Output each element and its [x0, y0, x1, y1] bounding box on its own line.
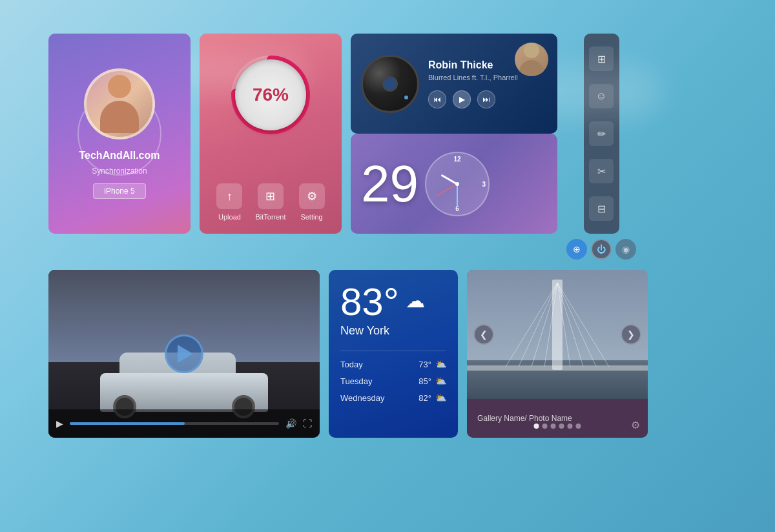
setting-label: Setting: [300, 213, 322, 221]
music-play-button[interactable]: ▶: [453, 90, 471, 108]
play-triangle-icon: [178, 345, 193, 363]
video-controls: ▶ 🔊 ⛶: [48, 409, 320, 438]
progress-circle: 76%: [222, 46, 319, 143]
analog-clock: 12 3 6: [425, 152, 490, 216]
gallery-dot-3: [551, 424, 556, 429]
clock-center: [455, 182, 459, 186]
toolbar-crop-icon[interactable]: ✂: [589, 159, 614, 183]
weather-icon-tuesday: ⛅: [435, 376, 446, 386]
gallery-settings-icon[interactable]: ⚙: [631, 419, 640, 431]
weather-icon: ☁: [406, 289, 425, 312]
weather-val-tuesday: 85° ⛅: [418, 376, 446, 386]
weather-city: New York: [340, 324, 446, 338]
power-button[interactable]: ⏻: [591, 239, 612, 260]
toolbar-grid-icon[interactable]: ⊟: [589, 196, 614, 221]
music-disc: [361, 55, 419, 113]
avatar: [84, 68, 155, 139]
bittorrent-action[interactable]: ⊞ BitTorrent: [255, 183, 285, 221]
music-prev-button[interactable]: ⏮: [428, 90, 446, 108]
weather-widget: 83° ☁ New York Today 73° ⛅ Tuesday 85° ⛅…: [329, 270, 458, 438]
upload-icon: ↑: [216, 183, 242, 209]
bittorrent-label: BitTorrent: [255, 213, 285, 221]
upload-label: Upload: [218, 213, 241, 221]
gallery-widget: ❮ ❯ Gallery Name/ Photo Name ⚙: [467, 270, 648, 438]
disc-dot: [404, 96, 408, 99]
video-progress-fill: [70, 422, 185, 425]
weather-day-wednesday: Wednesday: [340, 393, 384, 403]
gallery-dot-4: [559, 424, 564, 429]
settings-round-button[interactable]: ◉: [615, 239, 636, 260]
gallery-dot-1: [534, 424, 539, 429]
weather-val-today: 73° ⛅: [418, 359, 446, 369]
gallery-title: Gallery Name/ Photo Name: [477, 414, 572, 423]
video-play-control-icon[interactable]: ▶: [56, 418, 63, 429]
avatar-head: [108, 75, 131, 98]
gallery-dot-6: [576, 424, 581, 429]
clock-second-hand: [436, 183, 457, 196]
video-play-button[interactable]: [165, 334, 203, 373]
date-clock-widget: 29 12 3 6: [351, 134, 557, 234]
progress-value-display: 76%: [235, 59, 306, 130]
toolbar-widget: ⊞ ☺ ✏ ✂ ⊟: [584, 34, 619, 234]
gallery-next-button[interactable]: ❯: [621, 324, 641, 345]
video-fullscreen-icon[interactable]: ⛶: [303, 418, 312, 429]
music-artist-avatar: [515, 43, 548, 76]
weather-day-today: Today: [340, 360, 363, 369]
clock-minute-hand: [457, 184, 458, 207]
gallery-footer: Gallery Name/ Photo Name: [467, 399, 648, 438]
bluetooth-button[interactable]: ⊕: [566, 239, 587, 260]
weather-day-tuesday: Tuesday: [340, 376, 372, 386]
toolbar-round-buttons: ⊕ ⏻ ◉: [566, 239, 636, 260]
setting-action[interactable]: ⚙ Setting: [299, 183, 325, 221]
profile-widget: TechAndAll.com Synchronization iPhone 5: [48, 34, 191, 234]
gallery-prev-button[interactable]: ❮: [473, 324, 494, 345]
clock-3: 3: [482, 180, 486, 187]
gallery-dots: [534, 424, 581, 429]
weather-val-wednesday: 82° ⛅: [418, 393, 446, 403]
weather-icon-wednesday: ⛅: [435, 393, 446, 403]
weather-icon-today: ⛅: [435, 359, 446, 369]
weather-divider: [340, 351, 446, 351]
toolbar-brush-icon[interactable]: ✏: [589, 121, 614, 146]
video-widget: ▶ 🔊 ⛶: [48, 270, 320, 438]
bittorrent-icon: ⊞: [258, 183, 284, 209]
gallery-dot-5: [568, 424, 573, 429]
video-volume-icon[interactable]: 🔊: [285, 418, 296, 429]
weather-row-tuesday: Tuesday 85° ⛅: [340, 376, 446, 386]
music-widget: Robin Thicke Blurred Lines ft. T.I., Pha…: [351, 34, 557, 134]
weather-row-today: Today 73° ⛅: [340, 359, 446, 369]
video-progress-bar[interactable]: [70, 422, 279, 425]
avatar-body: [100, 101, 139, 133]
music-controls: ⏮ ▶ ⏭: [428, 90, 547, 108]
avatar-figure: [97, 75, 142, 133]
music-date-column: Robin Thicke Blurred Lines ft. T.I., Pha…: [351, 34, 557, 234]
weather-row-wednesday: Wednesday 82° ⛅: [340, 393, 446, 403]
upload-action[interactable]: ↑ Upload: [216, 183, 242, 221]
gallery-navigation: ❮ ❯: [467, 270, 648, 399]
progress-percent: 76%: [253, 85, 289, 105]
weather-temperature: 83°: [340, 283, 399, 322]
gallery-dot-2: [542, 424, 548, 429]
music-next-button[interactable]: ⏭: [477, 90, 495, 108]
weather-main: 83° ☁: [340, 283, 446, 322]
clock-12: 12: [453, 156, 460, 163]
profile-device-button[interactable]: iPhone 5: [93, 183, 145, 199]
setting-icon: ⚙: [299, 183, 325, 209]
date-number: 29: [361, 158, 418, 210]
progress-actions: ↑ Upload ⊞ BitTorrent ⚙ Setting: [209, 183, 332, 221]
